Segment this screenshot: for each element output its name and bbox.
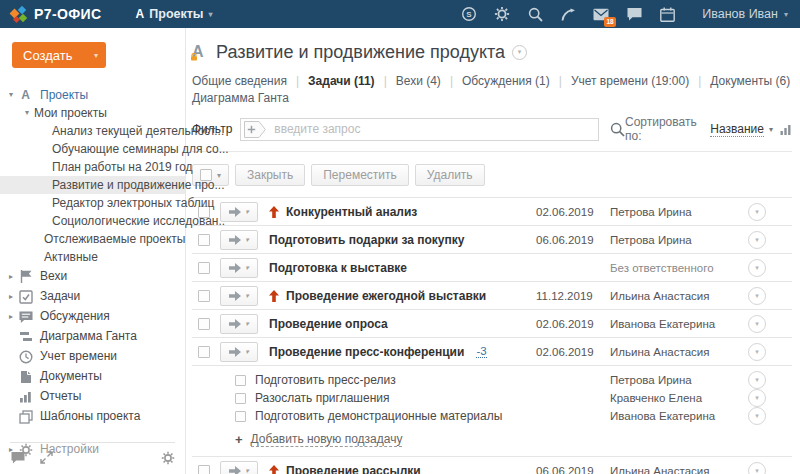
task-checkbox[interactable] xyxy=(198,465,210,474)
gear-icon[interactable] xyxy=(494,6,510,22)
expand-icon[interactable] xyxy=(39,450,54,465)
task-menu-button[interactable]: ▾ xyxy=(748,462,766,474)
sidebar-project-item-selected[interactable]: Развитие и продвижение про... xyxy=(0,176,185,194)
task-title-link[interactable]: Конкурентный анализ xyxy=(286,205,417,219)
add-filter-button[interactable] xyxy=(244,121,266,138)
task-checkbox[interactable] xyxy=(198,318,210,330)
calendar-icon[interactable] xyxy=(659,6,675,22)
subtask-menu-button[interactable]: ▾ xyxy=(748,371,766,389)
tab-general[interactable]: Общие сведения xyxy=(192,74,287,88)
task-assignee-link[interactable]: Иванова Екатерина xyxy=(610,318,738,330)
close-tasks-button[interactable]: Закрыть xyxy=(235,164,305,186)
plus-icon[interactable]: + xyxy=(235,432,243,447)
feed-icon[interactable] xyxy=(560,6,576,22)
tab-milestones[interactable]: Вехи (4) xyxy=(375,74,441,88)
sort-value[interactable]: Название xyxy=(710,122,764,137)
task-action-button[interactable]: ▾ xyxy=(220,202,258,222)
task-menu-button[interactable]: ▾ xyxy=(748,287,766,305)
subtask-checkbox[interactable] xyxy=(235,375,246,386)
sidebar-project-item[interactable]: Анализ текущей деятельност... xyxy=(0,122,185,140)
task-title-link[interactable]: Проведение рассылки xyxy=(286,464,421,474)
tree-collapsed-icon[interactable]: ▸ xyxy=(9,307,18,326)
sidebar-project-item[interactable]: Социологические исследован.. xyxy=(0,212,185,230)
sort-direction-icon[interactable] xyxy=(780,123,792,135)
task-menu-button[interactable]: ▾ xyxy=(748,203,766,221)
subtask-assignee-link[interactable]: Кравченко Елена xyxy=(610,392,738,404)
chat-icon[interactable] xyxy=(626,6,642,22)
tab-time-tracking[interactable]: Учет времени (19:00) xyxy=(550,74,689,88)
sidebar-item-projects[interactable]: ▾ А Проекты xyxy=(0,86,185,104)
sidebar-project-item[interactable]: План работы на 2019 год xyxy=(0,158,185,176)
sidebar-item-followed-projects[interactable]: Отслеживаемые проекты xyxy=(0,230,185,248)
tree-collapsed-icon[interactable]: ▸ xyxy=(9,287,18,306)
task-menu-button[interactable]: ▾ xyxy=(748,343,766,361)
task-menu-button[interactable]: ▾ xyxy=(748,259,766,277)
delete-tasks-button[interactable]: Удалить xyxy=(415,164,485,186)
add-subtask-link[interactable]: Добавить новую подзадачу xyxy=(251,432,403,447)
support-chat-icon[interactable] xyxy=(10,450,25,465)
task-assignee-link[interactable]: Ильина Анастасия xyxy=(610,465,738,474)
subtask-menu-button[interactable]: ▾ xyxy=(748,389,766,407)
sidebar-item-reports[interactable]: Отчеты xyxy=(0,387,185,406)
task-assignee-link[interactable]: Петрова Ирина xyxy=(610,234,738,246)
gear-icon[interactable] xyxy=(160,450,175,465)
task-action-button[interactable]: ▾ xyxy=(220,461,258,474)
tab-contacts[interactable]: Контакты xyxy=(790,74,800,88)
task-checkbox[interactable] xyxy=(198,290,210,302)
move-tasks-button[interactable]: Переместить xyxy=(311,164,409,186)
subtask-title-link[interactable]: Подготовить демонстрационные материалы xyxy=(255,409,536,423)
task-title-link[interactable]: Подготовка к выставке xyxy=(269,261,407,275)
search-icon[interactable] xyxy=(610,122,625,137)
tab-gantt[interactable]: Диаграмма Ганта xyxy=(192,91,289,105)
mail-icon[interactable]: 18 xyxy=(593,6,609,22)
sidebar-item-milestones[interactable]: ▸ Вехи xyxy=(0,267,185,286)
subtask-checkbox[interactable] xyxy=(235,393,246,404)
sidebar-item-documents[interactable]: Документы xyxy=(0,367,185,386)
tree-expander-icon[interactable]: ▾ xyxy=(9,86,18,104)
sidebar-item-tasks[interactable]: ▸ Задачи xyxy=(0,287,185,306)
task-title-link[interactable]: Подготовить подарки за покупку xyxy=(269,233,464,247)
task-checkbox[interactable] xyxy=(198,234,210,246)
search-icon[interactable] xyxy=(527,6,543,22)
project-actions-button[interactable]: ▾ xyxy=(512,45,527,60)
filter-search-input[interactable] xyxy=(274,122,592,136)
subtask-count-link[interactable]: -3 xyxy=(476,345,486,358)
sidebar-project-item[interactable]: Обучающие семинары для со... xyxy=(0,140,185,158)
task-assignee-link[interactable]: Петрова Ирина xyxy=(610,206,738,218)
task-action-button[interactable]: ▾ xyxy=(220,258,258,278)
subtask-checkbox[interactable] xyxy=(235,411,246,422)
task-action-button[interactable]: ▾ xyxy=(220,286,258,306)
subtask-title-link[interactable]: Подготовить пресс-релиз xyxy=(255,373,536,387)
sidebar-item-active-projects[interactable]: Активные xyxy=(0,248,185,266)
tree-collapsed-icon[interactable]: ▸ xyxy=(9,267,18,286)
sidebar-item-project-templates[interactable]: Шаблоны проекта xyxy=(0,407,185,426)
task-assignee-link[interactable]: Ильина Анастасия xyxy=(610,290,738,302)
task-action-button[interactable]: ▾ xyxy=(220,314,258,334)
task-menu-button[interactable]: ▾ xyxy=(748,231,766,249)
task-action-button[interactable]: ▾ xyxy=(220,342,258,362)
task-checkbox[interactable] xyxy=(198,346,210,358)
sidebar-item-gantt[interactable]: Диаграмма Ганта xyxy=(0,327,185,346)
topbar-products-menu[interactable]: А Проекты ▾ xyxy=(136,7,213,21)
create-button[interactable]: Создать ▾ xyxy=(12,42,106,68)
payments-icon[interactable]: S xyxy=(461,6,477,22)
tree-expander-icon[interactable]: ▾ xyxy=(25,104,34,122)
tab-tasks[interactable]: Задачи (11) xyxy=(287,74,375,88)
task-title-link[interactable]: Проведение пресс-конференции xyxy=(269,345,464,359)
user-menu[interactable]: Иванов Иван ▾ xyxy=(702,7,788,21)
task-title-link[interactable]: Проведение опроса xyxy=(269,317,388,331)
subtask-assignee-link[interactable]: Иванова Екатерина xyxy=(610,410,738,422)
sidebar-item-discussions[interactable]: ▸ Обсуждения xyxy=(0,307,185,326)
sidebar-item-time-tracking[interactable]: Учет времени xyxy=(0,347,185,366)
sidebar-item-my-projects[interactable]: ▾ Мои проекты xyxy=(0,104,185,122)
task-action-button[interactable]: ▾ xyxy=(220,230,258,250)
tab-documents[interactable]: Документы (6) xyxy=(689,74,790,88)
subtask-assignee-link[interactable]: Петрова Ирина xyxy=(610,374,738,386)
task-checkbox[interactable] xyxy=(198,262,210,274)
task-menu-button[interactable]: ▾ xyxy=(748,315,766,333)
task-title-link[interactable]: Проведение ежегодной выставки xyxy=(286,289,486,303)
app-logo[interactable]: Р7-ОФИС xyxy=(10,6,102,22)
task-assignee-link[interactable]: Ильина Анастасия xyxy=(610,346,738,358)
sidebar-project-item[interactable]: Редактор электроных таблиц xyxy=(0,194,185,212)
subtask-menu-button[interactable]: ▾ xyxy=(748,407,766,425)
